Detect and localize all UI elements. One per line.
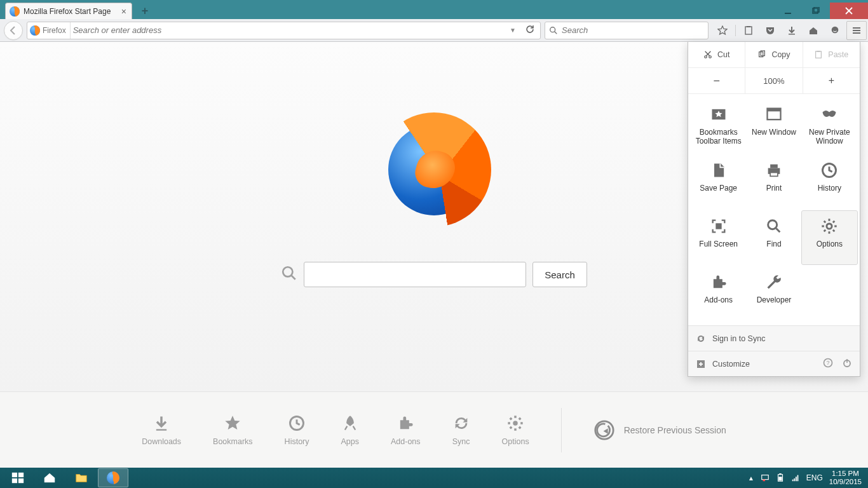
restore-session-button[interactable]: Restore Previous Session [593, 419, 726, 441]
search-icon [549, 26, 558, 35]
launcher-options[interactable]: Options [502, 414, 529, 446]
action-center-icon[interactable] [761, 473, 770, 482]
page-icon [710, 161, 728, 179]
menu-history[interactable]: History [802, 155, 857, 208]
menu-addons[interactable]: Add-ons [691, 267, 746, 320]
tab-title: Mozilla Firefox Start Page [24, 7, 118, 16]
launcher-addons[interactable]: Add-ons [391, 414, 421, 446]
app-menu-panel: Cut Copy Paste − 100% + Bookmarks Toolba… [688, 42, 860, 377]
downloads-button[interactable] [782, 21, 802, 40]
menu-full-screen[interactable]: Full Screen [691, 211, 746, 264]
firefox-logo [377, 112, 491, 227]
launcher-bookmarks[interactable]: Bookmarks [213, 414, 253, 446]
menu-developer[interactable]: Developer [746, 267, 801, 320]
menu-help-button[interactable]: ? [823, 358, 833, 370]
menu-customize-button[interactable]: Customize [696, 359, 750, 369]
new-tab-button[interactable]: + [137, 4, 153, 17]
start-button[interactable] [3, 468, 33, 487]
tray-date: 10/9/2015 [829, 478, 862, 486]
hello-button[interactable] [825, 21, 845, 40]
menu-copy[interactable]: Copy [745, 42, 803, 67]
start-search-button[interactable]: Search [532, 262, 587, 287]
gear-icon [820, 217, 838, 235]
back-arrow-icon [8, 25, 18, 36]
window-close-button[interactable] [830, 3, 868, 19]
menu-quit-button[interactable] [842, 358, 852, 370]
menu-zoom-in[interactable]: + [803, 68, 860, 93]
menu-item-label: New Private Window [804, 128, 855, 146]
svg-point-7 [832, 26, 839, 33]
identity-box[interactable]: Firefox [30, 22, 71, 39]
launcher-apps[interactable]: Apps [341, 414, 360, 446]
url-input[interactable] [73, 25, 503, 35]
svg-point-11 [513, 421, 517, 425]
plus-icon: + [829, 75, 834, 86]
search-icon [765, 217, 783, 235]
menu-bookmarks-toolbar[interactable]: Bookmarks Toolbar Items [691, 99, 746, 152]
taskbar-explorer[interactable] [66, 468, 97, 487]
menu-options[interactable]: Options [802, 211, 857, 264]
back-button[interactable] [4, 21, 23, 40]
launcher-label: Sync [452, 437, 470, 446]
launcher-row: Downloads Bookmarks History Apps Add-ons… [0, 391, 868, 468]
taskbar-firefox[interactable] [98, 468, 128, 487]
window-maximize-button[interactable] [802, 3, 830, 19]
url-history-dropdown-icon[interactable]: ▼ [506, 27, 520, 34]
menu-item-label: Print [766, 184, 782, 193]
menu-item-label: Find [766, 240, 781, 249]
menu-zoom-out[interactable]: − [688, 68, 745, 93]
reload-button[interactable] [522, 24, 538, 37]
home-icon [43, 471, 57, 485]
reading-list-button[interactable] [738, 21, 759, 40]
svg-rect-44 [794, 478, 795, 481]
network-signal-icon[interactable] [791, 473, 800, 482]
menu-zoom-row: − 100% + [688, 68, 860, 94]
menu-copy-label: Copy [771, 50, 790, 59]
home-icon [808, 25, 818, 36]
launcher-sync[interactable]: Sync [452, 414, 470, 446]
url-bar[interactable]: Firefox ▼ [27, 22, 541, 39]
printer-icon [765, 161, 783, 179]
tray-clock[interactable]: 1:15 PM 10/9/2015 [829, 470, 862, 485]
menu-save-page[interactable]: Save Page [691, 155, 746, 208]
menu-private-window[interactable]: New Private Window [802, 99, 857, 152]
launcher-label: Options [502, 437, 529, 446]
tray-language[interactable]: ENG [806, 473, 823, 482]
start-search-input[interactable] [304, 262, 526, 287]
search-input[interactable] [562, 25, 704, 35]
menu-cut[interactable]: Cut [688, 42, 745, 67]
battery-icon[interactable] [776, 473, 785, 482]
menu-zoom-reset[interactable]: 100% [745, 68, 803, 93]
menu-button[interactable] [846, 21, 867, 40]
gear-icon [506, 414, 524, 432]
svg-text:?: ? [826, 360, 829, 366]
home-button[interactable] [803, 21, 824, 40]
svg-rect-1 [813, 8, 818, 13]
menu-new-window[interactable]: New Window [746, 99, 801, 152]
search-bar[interactable] [545, 22, 709, 39]
svg-rect-39 [763, 480, 765, 482]
chat-smile-icon [830, 25, 840, 36]
restore-session-icon [593, 419, 615, 441]
svg-rect-37 [18, 478, 24, 483]
menu-print[interactable]: Print [746, 155, 801, 208]
taskbar-home[interactable] [34, 468, 65, 487]
sync-icon [452, 414, 470, 432]
svg-rect-45 [796, 477, 797, 481]
tray-show-hidden-icon[interactable]: ▲ [748, 475, 754, 482]
paste-icon [814, 50, 823, 59]
menu-find[interactable]: Find [746, 211, 801, 264]
svg-rect-26 [715, 223, 721, 229]
pocket-button[interactable] [760, 21, 780, 40]
tab-close-icon[interactable]: × [121, 6, 126, 17]
window-minimize-button[interactable] [774, 3, 802, 19]
bookmark-star-button[interactable] [712, 21, 733, 40]
rocket-icon [341, 414, 359, 432]
menu-sync-row[interactable]: Sign in to Sync [688, 325, 860, 351]
browser-tab[interactable]: Mozilla Firefox Start Page × [5, 3, 132, 19]
launcher-history[interactable]: History [285, 414, 309, 446]
restore-session-label: Restore Previous Session [624, 425, 726, 435]
folder-icon [74, 471, 88, 485]
bookmarks-toolbar-icon [710, 105, 728, 123]
launcher-downloads[interactable]: Downloads [142, 414, 181, 446]
